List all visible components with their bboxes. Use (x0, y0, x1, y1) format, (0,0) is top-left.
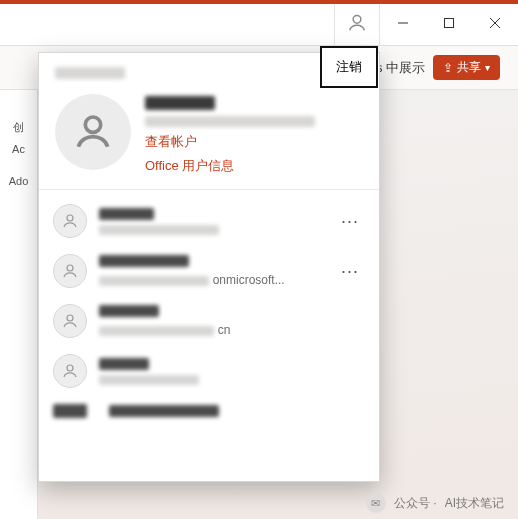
account-avatar (53, 204, 87, 238)
wechat-icon: ✉ (366, 493, 386, 513)
window-close-button[interactable] (472, 0, 518, 46)
watermark-name: AI技术笔记 (445, 495, 504, 512)
logout-button[interactable]: 注销 (320, 46, 378, 88)
app-accent-stripe (0, 0, 518, 4)
svg-rect-2 (445, 18, 454, 27)
close-icon (489, 17, 501, 29)
account-avatar (53, 254, 87, 288)
account-item[interactable]: ··· (39, 196, 379, 246)
account-email-fragment: cn (218, 323, 231, 337)
watermark-prefix: 公众号 · (394, 495, 437, 512)
user-icon (61, 362, 79, 380)
account-avatar (53, 354, 87, 388)
svg-point-8 (67, 315, 73, 321)
window-maximize-button[interactable] (426, 0, 472, 46)
window-titlebar (0, 0, 518, 46)
share-button-label: 共享 (457, 59, 481, 76)
account-item[interactable] (39, 346, 379, 396)
primary-account-block: 查看帐户 Office 用户信息 (39, 90, 379, 190)
user-icon (346, 12, 368, 34)
source-watermark: ✉ 公众号 · AI技术笔记 (366, 493, 504, 513)
view-account-link[interactable]: 查看帐户 (145, 133, 315, 151)
user-icon (61, 262, 79, 280)
maximize-icon (443, 17, 455, 29)
chevron-down-icon: ▾ (485, 62, 490, 73)
account-item[interactable] (39, 396, 379, 420)
left-fragment-2: Ac (12, 143, 25, 155)
titlebar-user-button[interactable] (334, 0, 380, 46)
user-icon (61, 312, 79, 330)
user-icon (61, 212, 79, 230)
svg-point-0 (353, 15, 361, 23)
svg-point-9 (67, 365, 73, 371)
account-more-button[interactable]: ··· (341, 261, 365, 282)
window-minimize-button[interactable] (380, 0, 426, 46)
svg-point-7 (67, 265, 73, 271)
user-icon (71, 110, 115, 154)
left-sidebar-fragment: 创 Ac Ado (0, 90, 38, 519)
other-accounts-list[interactable]: ··· onmicrosoft... ··· (39, 190, 379, 481)
account-more-button[interactable]: ··· (341, 211, 365, 232)
primary-avatar (55, 94, 131, 170)
left-fragment-1: 创 (13, 120, 24, 135)
office-userinfo-link[interactable]: Office 用户信息 (145, 157, 315, 175)
ribbon-truncated-label: s 中展示 (376, 59, 425, 77)
share-icon: ⇪ (443, 61, 453, 75)
left-fragment-3: Ado (9, 175, 29, 187)
share-button[interactable]: ⇪ 共享 ▾ (433, 55, 500, 80)
logout-button-label: 注销 (336, 58, 362, 76)
account-avatar (53, 304, 87, 338)
account-flyout: 查看帐户 Office 用户信息 ··· onmicr (38, 52, 380, 482)
account-item[interactable]: cn (39, 296, 379, 346)
svg-point-5 (85, 117, 100, 132)
account-item[interactable]: onmicrosoft... ··· (39, 246, 379, 296)
minimize-icon (397, 17, 409, 29)
account-email-fragment: onmicrosoft... (213, 273, 285, 287)
svg-point-6 (67, 215, 73, 221)
